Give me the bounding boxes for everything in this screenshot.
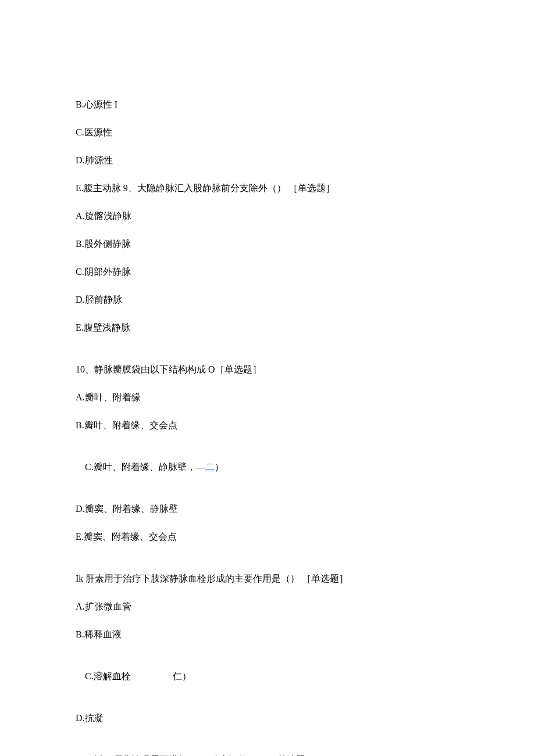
option-b-q11: B.稀释血液: [76, 628, 459, 642]
option-d-q10: D.瓣窦、附着缘、静脉壁: [76, 502, 459, 516]
document-page: B.心源性 I C.医源性 D.肺源性 E.腹主动脉 9、大隐静脉汇入股静脉前分…: [0, 0, 535, 756]
paragraph-spacer: [76, 739, 459, 753]
paragraph-spacer: [76, 349, 459, 363]
option-a-q11: A.扩张微血管: [76, 600, 459, 614]
option-a-q9: A.旋髂浅静脉: [76, 209, 459, 223]
option-c-q10: C.瓣叶、附着缘、静脉壁，—二）: [76, 446, 459, 488]
option-b-q8: B.心源性 I: [76, 98, 459, 112]
option-d-q8: D.肺源性: [76, 153, 459, 167]
option-c-q11: C.溶解血栓仁）: [76, 655, 459, 697]
question-12-stem: 12、以下哪些情况需要进行 VTE 动态评估（） ［单选题］: [76, 753, 459, 756]
option-a-q10: A.瓣叶、附着缘: [76, 390, 459, 404]
option-c-q9: C.阴部外静脉: [76, 265, 459, 279]
option-c-q10-text-a: C.瓣叶、附着缘、静脉壁，—: [85, 462, 205, 472]
option-e-q10: E.瓣窦、附着缘、交会点: [76, 530, 459, 544]
paragraph-spacer: [76, 558, 459, 572]
option-c-q11-text: C.溶解血栓: [85, 671, 131, 681]
option-d-q9: D.胫前静脉: [76, 293, 459, 307]
option-e-q8-and-q9-stem: E.腹主动脉 9、大隐静脉汇入股静脉前分支除外（） ［单选题］: [76, 181, 459, 195]
option-c-q10-text-c: ）: [215, 462, 224, 472]
option-b-q9: B.股外侧静脉: [76, 237, 459, 251]
question-10-stem: 10、静脉瓣膜袋由以下结构构成 O［单选题］: [76, 363, 459, 377]
option-c-q11-suffix: 仁）: [173, 671, 191, 681]
option-c-q10-link-text[interactable]: 二: [205, 462, 215, 472]
option-e-q9: E.腹壁浅静脉: [76, 321, 459, 335]
option-b-q10: B.瓣叶、附着缘、交会点: [76, 418, 459, 432]
question-11-stem: Ik 肝素用于治疗下肢深静脉血栓形成的主要作用是（） ［单选题］: [76, 572, 459, 586]
option-c-q8: C.医源性: [76, 126, 459, 139]
option-d-q11: D.抗凝: [76, 711, 459, 725]
